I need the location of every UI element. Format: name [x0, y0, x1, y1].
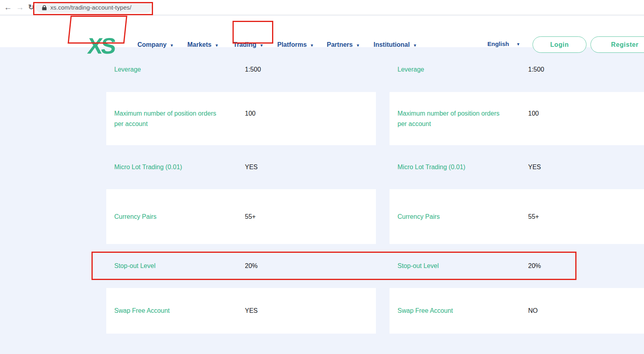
reload-icon[interactable]: ↻: [26, 2, 37, 13]
feature-value: 100: [245, 108, 256, 119]
feature-row-micro-lot: Micro Lot Trading (0.01) YES: [390, 145, 644, 189]
feature-value: 20%: [528, 261, 541, 271]
chevron-down-icon: ▼: [413, 43, 417, 48]
feature-label: Micro Lot Trading (0.01): [114, 162, 226, 172]
feature-value: YES: [528, 162, 541, 172]
feature-row-stop-out: Stop-out Level 20%: [106, 244, 376, 288]
feature-row-swap-free: Swap Free Account NO: [390, 288, 644, 334]
back-icon[interactable]: ←: [2, 2, 14, 13]
feature-label: Swap Free Account: [114, 306, 226, 316]
feature-row-swap-free: Swap Free Account YES: [106, 288, 376, 334]
url-bar[interactable]: xs.com/trading-account-types/: [36, 2, 152, 13]
feature-value: NO: [528, 306, 538, 316]
feature-row-currency-pairs: Currency Pairs 55+: [390, 189, 644, 244]
feature-label: Maximum number of position orders per ac…: [114, 108, 226, 129]
feature-row-leverage: Leverage 1:500: [390, 47, 644, 92]
feature-value: 55+: [528, 212, 539, 222]
feature-label: Maximum number of position orders per ac…: [398, 108, 509, 129]
chevron-down-icon: ▼: [310, 43, 314, 48]
feature-row-currency-pairs: Currency Pairs 55+: [106, 189, 376, 244]
feature-label: Currency Pairs: [398, 212, 509, 222]
feature-value: YES: [245, 162, 258, 172]
url-text: xs.com/trading-account-types/: [50, 4, 131, 11]
chevron-down-icon: ▼: [170, 43, 174, 48]
feature-label: Stop-out Level: [398, 261, 509, 271]
browser-window: ← → ↻ xs.com/trading-account-types/ XS C…: [0, 0, 644, 354]
feature-value: 55+: [245, 212, 256, 222]
lock-icon: [42, 5, 47, 10]
feature-row-leverage: Leverage 1:500: [106, 47, 376, 92]
feature-value: 100: [528, 108, 539, 119]
feature-row-max-positions: Maximum number of position orders per ac…: [390, 92, 644, 145]
chevron-down-icon: ▼: [215, 43, 219, 48]
feature-label: Leverage: [398, 64, 509, 75]
forward-icon[interactable]: →: [14, 2, 26, 13]
language-selector[interactable]: English ▼: [487, 40, 520, 47]
feature-row-micro-lot: Micro Lot Trading (0.01) YES: [106, 145, 376, 189]
feature-label: Micro Lot Trading (0.01): [398, 162, 509, 172]
feature-row-stop-out: Stop-out Level 20%: [390, 244, 644, 288]
chevron-down-icon: ▼: [260, 43, 264, 48]
feature-value: YES: [245, 306, 258, 316]
language-label: English: [487, 40, 509, 47]
feature-value: 20%: [245, 261, 258, 271]
browser-toolbar: ← → ↻ xs.com/trading-account-types/: [0, 0, 644, 15]
feature-value: 1:500: [245, 64, 261, 75]
feature-value: 1:500: [528, 64, 544, 75]
feature-label: Swap Free Account: [398, 306, 509, 316]
chevron-down-icon: ▼: [356, 43, 360, 48]
feature-label: Stop-out Level: [114, 261, 226, 271]
chevron-down-icon: ▼: [516, 42, 520, 46]
site-header: XS Company ▼ Markets ▼ Trading ▼ Platfor…: [0, 16, 644, 47]
feature-row-max-positions: Maximum number of position orders per ac…: [106, 92, 376, 145]
feature-label: Leverage: [114, 64, 226, 75]
feature-label: Currency Pairs: [114, 212, 226, 222]
